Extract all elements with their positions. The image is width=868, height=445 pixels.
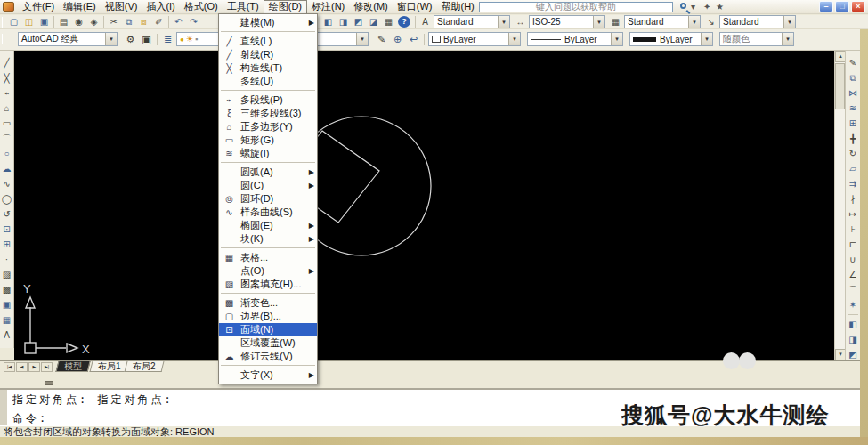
menu-format[interactable]: 格式(O) [180,0,223,13]
chevron-down-icon[interactable]: ▾ [498,16,509,28]
dim-style-combo[interactable]: ISO-25 ▾ [529,15,605,28]
menu-item-polyline[interactable]: ⌁多段线(P) [219,93,317,107]
table-icon[interactable]: ▦ [0,312,13,328]
menu-item-circle[interactable]: 圆(C)▶ [219,179,317,192]
calculator-icon[interactable]: ▦ [381,15,396,28]
block-editor-icon[interactable]: ◧ [320,15,336,28]
save-icon[interactable]: ▣ [37,15,52,28]
join-icon[interactable]: ∪ [846,252,860,267]
prev-tab-icon[interactable]: ◀ [16,362,28,372]
copy-icon[interactable]: ⧉ [846,70,860,85]
point-icon[interactable]: · [0,252,13,267]
menu-modify[interactable]: 修改(M) [349,0,393,13]
menu-item-modeling[interactable]: 建模(M)▶ [219,16,317,29]
spline-icon[interactable]: ∿ [0,176,13,191]
fillet-icon[interactable]: ⌒ [846,282,860,297]
menu-item-construction-line[interactable]: ╳构造线(T) [219,61,317,75]
explode-icon[interactable]: ✶ [846,297,860,312]
menu-item-spline[interactable]: ∿样条曲线(S) [219,206,317,219]
make-object-layer-current-icon[interactable]: ✎ [374,32,389,47]
chevron-down-icon[interactable]: ▾ [688,16,700,28]
hatch-icon[interactable]: ▨ [0,267,13,282]
next-tab-icon[interactable]: ▶ [28,362,40,372]
stretch-icon[interactable]: ⇉ [846,176,860,191]
display-viewport-icon[interactable]: ▣ [139,32,154,47]
break-icon[interactable]: ⊏ [846,237,860,252]
menu-item-boundary[interactable]: ▢边界(B)... [219,310,317,323]
command-prompt-input[interactable]: 命令: [12,411,48,426]
search-dropdown-icon[interactable]: ▾ [691,1,695,13]
menu-item-donut[interactable]: ◎圆环(D) [219,192,317,206]
undo-icon[interactable]: ↶ [171,15,186,28]
menu-item-3d-polyline[interactable]: ξ三维多段线(3) [219,107,317,120]
copy-icon[interactable]: ⧉ [121,15,136,28]
menu-file[interactable]: 文件(F) [18,0,59,13]
last-tab-icon[interactable]: ▶| [41,362,53,372]
menu-item-gradient[interactable]: ▩渐变色... [219,296,317,310]
command-window-gutter[interactable] [0,390,8,425]
first-tab-icon[interactable]: |◀ [4,362,15,372]
break-at-point-icon[interactable]: ⊦ [846,222,860,237]
menu-item-rectangle[interactable]: ▭矩形(G) [219,134,317,147]
tab-layout2[interactable]: 布局2 [125,361,165,372]
trim-icon[interactable]: ∤ [846,191,860,206]
ellipse-arc-icon[interactable]: ↺ [0,206,13,222]
vertical-scrollbar[interactable]: ▲ ▼ [834,51,845,360]
menu-item-hatch[interactable]: ▨图案填充(H)... [219,278,317,291]
lineweight-combo[interactable]: ByLayer ▾ [629,32,713,46]
polyline-icon[interactable]: ⌁ [0,85,13,101]
offset-icon[interactable]: ≋ [846,101,860,116]
make-block-icon[interactable]: ⊞ [0,237,13,252]
construction-line-icon[interactable]: ╳ [0,70,13,85]
match-properties-icon[interactable]: ✐ [151,15,166,28]
layer-previous-icon[interactable]: ↩ [406,32,421,47]
arc-icon[interactable]: ⌒ [0,131,13,146]
send-to-back-icon[interactable]: ◨ [846,332,860,347]
color-combo[interactable]: ByLayer ▾ [428,32,521,46]
command-window-splitter[interactable] [45,381,53,385]
menu-item-block[interactable]: 块(K)▶ [219,232,317,246]
mleader-style-icon[interactable]: ↘ [703,15,718,28]
region-icon[interactable]: ▣ [0,297,13,312]
dim-style-icon[interactable]: ↔ [513,15,528,28]
circle-icon[interactable]: ○ [0,146,13,161]
plot-style-combo[interactable]: 随颜色 ▾ [719,32,794,46]
tab-model[interactable]: 模型 [56,361,91,372]
communication-center-icon[interactable]: ✦ [703,1,710,13]
mleader-style-combo[interactable]: Standard ▾ [719,15,796,28]
tab-layout1[interactable]: 布局1 [90,361,130,372]
move-icon[interactable]: ╋ [846,131,860,146]
search-icon[interactable] [680,3,686,9]
menu-item-wipeout[interactable]: 区域覆盖(W) [219,336,317,350]
chamfer-icon[interactable]: ∠ [846,267,860,282]
help-icon[interactable]: ? [398,16,410,28]
mirror-icon[interactable]: ⋈ [846,85,860,101]
mtext-icon[interactable]: A [0,328,13,343]
rotate-icon[interactable]: ↻ [846,146,860,161]
chevron-down-icon[interactable]: ▾ [356,33,368,45]
chevron-down-icon[interactable]: ▾ [105,33,117,45]
markup-manager-icon[interactable]: ◩ [351,15,366,28]
menu-tools[interactable]: 工具(T) [223,0,264,13]
menu-window[interactable]: 窗口(W) [393,0,437,13]
erase-icon[interactable]: ✎ [846,55,860,70]
publish-icon[interactable]: ◈ [86,15,101,28]
menu-item-point[interactable]: 点(O)▶ [219,264,317,278]
bring-to-front-icon[interactable]: ◧ [846,317,860,332]
chevron-down-icon[interactable]: ▾ [508,33,520,45]
vertical-scroll-thumb[interactable] [835,63,845,109]
chevron-down-icon[interactable]: ▾ [611,33,622,45]
minimize-button[interactable]: – [819,1,833,12]
insert-block-icon[interactable]: ⊡ [0,222,13,237]
menu-item-arc[interactable]: 圆弧(A)▶ [219,166,317,179]
menu-item-text[interactable]: 文字(X)▶ [219,368,317,382]
help-search-input[interactable]: 键入问题以获取帮助 [479,2,673,12]
chevron-down-icon[interactable]: ▾ [593,16,604,28]
menu-item-line[interactable]: ╱直线(L) [219,35,317,48]
paste-icon[interactable]: ⧈ [136,15,151,28]
layer-properties-manager-icon[interactable]: ≣ [160,32,175,47]
sheetset-manager-icon[interactable]: ◪ [366,15,381,28]
open-icon[interactable]: ◫ [21,15,37,28]
redo-icon[interactable]: ↷ [186,15,201,28]
cut-icon[interactable]: ✂ [106,15,121,28]
